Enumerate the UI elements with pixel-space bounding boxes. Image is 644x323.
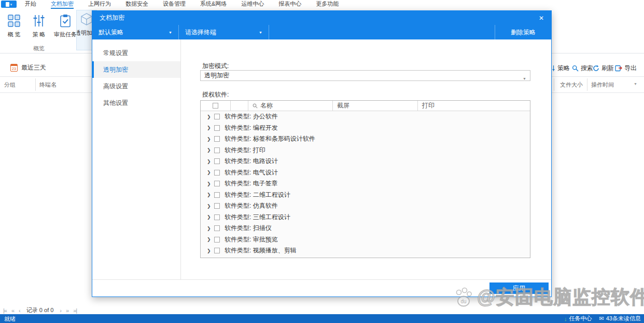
expand-chevron-icon[interactable]: ❯ [207, 114, 212, 119]
pager-button[interactable]: › [60, 307, 61, 314]
menu-tab[interactable]: 设备管理 [163, 0, 186, 9]
dialog-sidebar-item[interactable]: 透明加密 [92, 61, 180, 78]
pagination-bar: |« « ‹ 记录 0 of 0 › » »| [3, 306, 77, 314]
pager-button[interactable]: |« [3, 307, 7, 314]
software-tree-row[interactable]: ❯ 软件类型: 视频播放、剪辑 [201, 245, 530, 257]
dialog-sidebar-item[interactable]: 常规设置 [92, 45, 180, 61]
pager-button[interactable]: »| [73, 307, 77, 314]
column-header-group[interactable]: 分组 [4, 81, 16, 89]
pager-button[interactable]: « [11, 307, 14, 314]
print-header-cell[interactable]: 打印 [418, 101, 530, 111]
software-tree-row[interactable]: ❯ 软件类型: 仿真软件 [201, 200, 530, 212]
expand-chevron-icon[interactable]: ❯ [207, 226, 212, 231]
status-bar: 就绪 ↓ 任务中心 ✉ 43条未读信息 [0, 314, 644, 323]
task-center-button[interactable]: ↓ 任务中心 [564, 315, 592, 322]
pager-button[interactable]: ‹ [19, 307, 20, 314]
expand-chevron-icon[interactable]: ❯ [207, 170, 212, 175]
row-checkbox[interactable] [214, 114, 220, 119]
app-icon [6, 2, 9, 7]
row-checkbox[interactable] [214, 225, 220, 231]
row-checkbox[interactable] [214, 170, 220, 176]
name-header-cell[interactable]: 名称 [248, 101, 333, 111]
delete-policy-button[interactable]: 删除策略 [495, 25, 551, 39]
software-tree-row[interactable]: ❯ 软件类型: 三维工程设计 [201, 212, 530, 223]
row-checkbox[interactable] [214, 214, 220, 220]
menu-tab-label: 系统&网络 [200, 0, 227, 8]
select-terminal-dropdown[interactable]: 请选择终端 ▼ [179, 25, 269, 39]
refresh-icon [593, 65, 599, 72]
row-checkbox[interactable] [214, 147, 220, 153]
software-tree-row[interactable]: ❯ 软件类型: 扫描仪 [201, 223, 530, 234]
dialog-sidebar-item-label: 透明加密 [103, 66, 128, 73]
app-menu-button[interactable]: ▾ [1, 1, 17, 8]
toolbar-refresh-button[interactable]: 刷新 [593, 64, 614, 73]
software-tree-row[interactable]: ❯ 软件类型: 标签和条形码设计软件 [201, 133, 530, 145]
software-tree-row[interactable]: ❯ 软件类型: 电气设计 [201, 167, 530, 179]
expand-chevron-icon[interactable]: ❯ [207, 137, 212, 142]
toolbar-search-button[interactable]: 搜索 [572, 64, 593, 73]
column-header-optime[interactable]: 操作时间 [591, 81, 614, 89]
close-icon[interactable]: ✕ [539, 15, 544, 22]
expand-chevron-icon[interactable]: ❯ [207, 147, 212, 153]
expand-chevron-icon[interactable]: ❯ [207, 204, 212, 209]
expand-chevron-icon[interactable]: ❯ [207, 248, 212, 253]
toolbar-export-button[interactable]: 导出 [615, 64, 637, 73]
row-checkbox[interactable] [214, 192, 220, 198]
menu-tab[interactable]: 更多功能 [316, 0, 339, 9]
dialog-sidebar: 常规设置 透明加密 高级设置 其他设置 [92, 39, 181, 279]
pager-button[interactable]: » [66, 307, 68, 314]
unread-messages-button[interactable]: ✉ 43条未读信息 [599, 315, 641, 322]
search-icon [253, 103, 258, 109]
row-checkbox[interactable] [214, 248, 220, 253]
menu-tab[interactable]: 上网行为 [88, 0, 111, 9]
dialog-title: 文档加密 [100, 14, 124, 22]
row-checkbox[interactable] [214, 203, 220, 209]
menu-tab[interactable]: 数据安全 [125, 0, 148, 9]
software-tree-row[interactable]: ❯ 软件类型: 二维工程设计 [201, 190, 530, 201]
row-checkbox[interactable] [214, 158, 220, 164]
record-count-label: 记录 0 of 0 [26, 306, 54, 314]
software-tree-row[interactable]: ❯ 软件类型: 审批预览 [201, 234, 530, 246]
toolbar-policy-button[interactable]: 策略 [549, 64, 570, 73]
row-checkbox[interactable] [214, 136, 220, 142]
select-all-checkbox[interactable] [213, 103, 218, 109]
menu-tab-label: 报表中心 [278, 0, 301, 8]
menu-tab[interactable]: 报表中心 [278, 0, 301, 9]
ribbon-policy-button[interactable]: 策 略 [27, 12, 51, 44]
column-header-filesize[interactable]: 文件大小 [560, 81, 583, 89]
tree-row-label: 软件类型: 三维工程设计 [225, 213, 290, 222]
expand-chevron-icon[interactable]: ❯ [207, 237, 212, 242]
expand-chevron-icon[interactable]: ❯ [207, 214, 212, 220]
menu-tab[interactable]: 运维中心 [241, 0, 264, 9]
delete-policy-label: 删除策略 [511, 28, 536, 37]
encryption-mode-select[interactable]: 透明加密 ▼ [200, 70, 530, 81]
policy-sliders-icon [32, 14, 46, 28]
menu-tab[interactable]: 文档加密 [51, 0, 74, 9]
expand-chevron-icon[interactable]: ❯ [207, 181, 212, 186]
expand-chevron-icon[interactable]: ❯ [207, 192, 212, 197]
column-sort-arrow-icon[interactable]: ▼ [634, 82, 637, 86]
download-arrow-icon: ↓ [564, 316, 567, 322]
dialog-sidebar-item[interactable]: 其他设置 [92, 95, 180, 111]
ribbon-overview-button[interactable]: 概 览 [2, 12, 26, 44]
software-tree-row[interactable]: ❯ 软件类型: 打印 [201, 145, 530, 156]
software-tree-row[interactable]: ❯ 软件类型: 编程开发 [201, 123, 530, 134]
menu-tab[interactable]: 系统&网络 [200, 0, 227, 9]
row-checkbox[interactable] [214, 125, 220, 131]
column-header-terminal[interactable]: 终端名 [39, 81, 57, 89]
software-tree-row[interactable]: ❯ 软件类型: 电路设计 [201, 156, 530, 167]
expand-chevron-icon[interactable]: ❯ [207, 159, 212, 164]
dialog-sidebar-item[interactable]: 高级设置 [92, 78, 180, 95]
default-policy-dropdown[interactable]: 默认策略 ▼ [92, 25, 179, 39]
ribbon-approval-tasks-button[interactable]: 审批任务 [51, 12, 80, 44]
software-tree-row[interactable]: ❯ 软件类型: 办公软件 [201, 111, 530, 123]
apply-button[interactable]: 应用 [489, 282, 549, 294]
row-checkbox[interactable] [214, 181, 220, 186]
expand-chevron-icon[interactable]: ❯ [207, 125, 212, 130]
menu-tab[interactable]: 开始 [25, 0, 36, 9]
dialog-title-bar: 文档加密 ✕ [92, 11, 551, 25]
software-tree-row[interactable]: ❯ 软件类型: 电子签章 [201, 178, 530, 190]
screenshot-header-cell[interactable]: 截屏 [333, 101, 418, 111]
recent-three-days-filter[interactable]: 23 最近三天 [10, 63, 46, 72]
row-checkbox[interactable] [214, 237, 220, 243]
